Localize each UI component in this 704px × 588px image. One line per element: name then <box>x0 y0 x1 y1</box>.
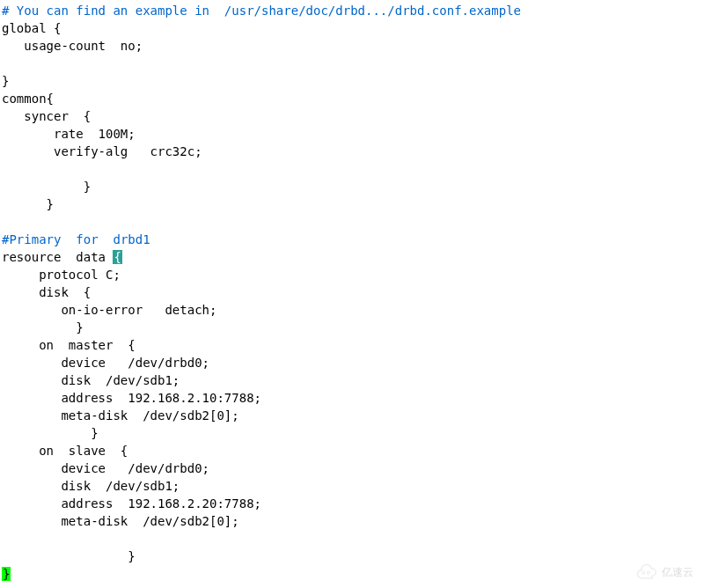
code-line: protocol C; <box>2 268 121 282</box>
code-line: on-io-error detach; <box>2 303 216 317</box>
code-text: resource data <box>2 250 113 264</box>
comment-text: #Primary <box>2 232 76 246</box>
code-line: disk { <box>2 285 91 299</box>
keyword-for: for <box>76 232 98 246</box>
code-line: syncer { <box>2 109 91 123</box>
comment-line: # You can find an example in /usr/share/… <box>2 4 521 18</box>
comment-text: drbd1 <box>99 232 150 246</box>
code-line: } <box>2 426 99 440</box>
comment-line: #Primary for drbd1 <box>2 232 150 246</box>
code-line: } <box>2 197 54 211</box>
code-line: disk /dev/sdb1; <box>2 479 180 493</box>
code-line: usage-count no; <box>2 39 143 53</box>
code-line: } <box>2 74 9 88</box>
code-line: address 192.168.2.10:7788; <box>2 391 261 405</box>
code-line: device /dev/drbd0; <box>2 461 209 475</box>
code-line: } <box>2 180 91 194</box>
code-line: device /dev/drbd0; <box>2 356 209 370</box>
code-line: common{ <box>2 92 54 106</box>
code-line: global { <box>2 21 61 35</box>
code-line: disk /dev/sdb1; <box>2 373 180 387</box>
code-line: rate 100M; <box>2 127 136 141</box>
code-line: meta-disk /dev/sdb2[0]; <box>2 514 239 528</box>
code-line: } <box>2 549 136 563</box>
config-code-block: # You can find an example in /usr/share/… <box>0 0 704 583</box>
code-line: verify-alg crc32c; <box>2 144 202 158</box>
code-line: } <box>2 320 84 334</box>
code-line: address 192.168.2.20:7788; <box>2 496 261 511</box>
code-line: resource data { <box>2 250 122 264</box>
code-line: on slave { <box>2 444 128 458</box>
code-line: on master { <box>2 338 136 352</box>
cursor-highlight: { <box>113 250 121 264</box>
code-line: meta-disk /dev/sdb2[0]; <box>2 408 239 423</box>
match-highlight: } <box>2 567 11 581</box>
